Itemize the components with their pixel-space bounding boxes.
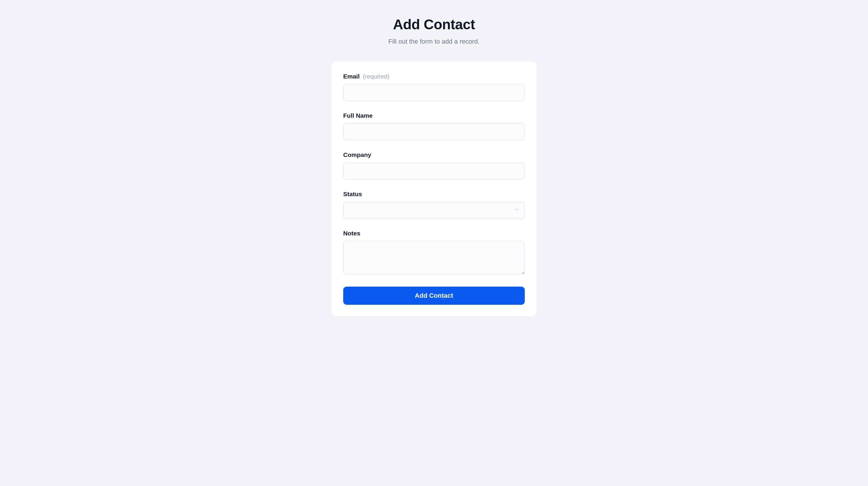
email-label: Email (required) <box>343 73 525 80</box>
add-contact-button[interactable]: Add Contact <box>343 287 525 305</box>
page-title: Add Contact <box>0 17 868 32</box>
page-header: Add Contact Fill out the form to add a r… <box>0 17 868 45</box>
status-select[interactable] <box>343 202 525 219</box>
form-card: Email (required) Full Name Company Statu… <box>332 62 536 317</box>
page-subtitle: Fill out the form to add a record. <box>0 38 868 45</box>
full-name-label: Full Name <box>343 112 525 119</box>
email-required-tag: (required) <box>363 73 390 79</box>
email-label-text: Email <box>343 73 360 79</box>
company-label: Company <box>343 151 525 158</box>
field-company: Company <box>343 151 525 180</box>
field-status: Status <box>343 191 525 219</box>
full-name-input[interactable] <box>343 123 525 140</box>
field-notes: Notes <box>343 230 525 276</box>
status-label: Status <box>343 191 525 198</box>
notes-label: Notes <box>343 230 525 237</box>
field-email: Email (required) <box>343 73 525 101</box>
notes-textarea[interactable] <box>343 241 525 274</box>
email-input[interactable] <box>343 84 525 101</box>
company-input[interactable] <box>343 162 525 180</box>
field-full-name: Full Name <box>343 112 525 140</box>
status-select-wrapper <box>343 202 525 219</box>
